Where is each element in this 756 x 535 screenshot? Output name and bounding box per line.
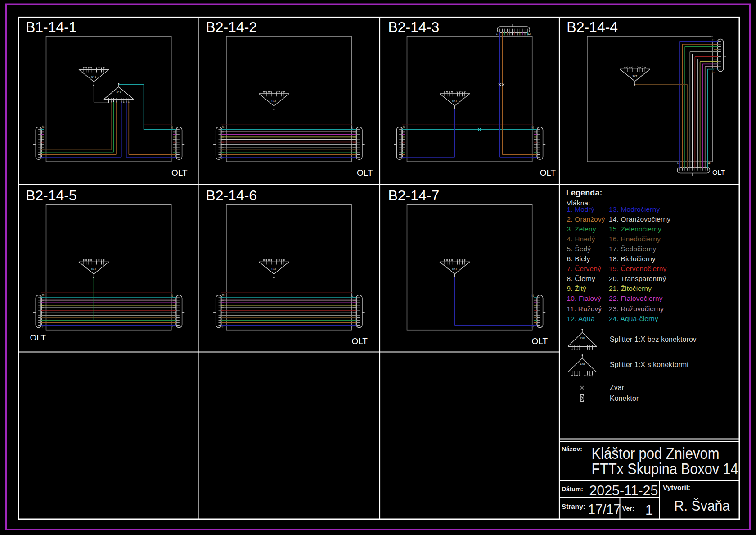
svg-text:2025-11-25: 2025-11-25	[589, 483, 658, 499]
svg-text:B1-14-1: B1-14-1	[26, 19, 77, 35]
svg-text:1: 1	[351, 326, 354, 328]
svg-text:1: 1	[712, 39, 715, 41]
svg-text:12: 12	[171, 126, 173, 129]
svg-text:16. Hnedočierny: 16. Hnedočierny	[609, 235, 661, 243]
svg-text:1x8: 1x8	[271, 268, 276, 271]
svg-text:17/17: 17/17	[588, 502, 621, 517]
svg-text:OLT: OLT	[540, 168, 556, 177]
svg-text:1: 1	[171, 326, 173, 328]
svg-text:Vytvoril:: Vytvoril:	[663, 484, 690, 491]
svg-text:1: 1	[496, 32, 498, 35]
svg-text:1: 1	[531, 158, 534, 159]
svg-text:1: 1	[42, 326, 45, 328]
svg-text:12. Aqua: 12. Aqua	[567, 315, 595, 322]
svg-text:1x8: 1x8	[452, 100, 457, 103]
svg-text:Konektor: Konektor	[610, 394, 639, 402]
svg-text:12: 12	[42, 125, 45, 128]
svg-text:1x8: 1x8	[452, 268, 457, 271]
svg-text:1: 1	[42, 158, 45, 159]
svg-text:1x8: 1x8	[116, 90, 121, 93]
svg-text:12: 12	[42, 294, 45, 296]
svg-text:FTTx Skupina Boxov 14: FTTx Skupina Boxov 14	[592, 460, 738, 477]
svg-text:1: 1	[677, 162, 679, 164]
svg-text:13. Modročierny: 13. Modročierny	[609, 205, 660, 213]
svg-text:12: 12	[707, 162, 710, 164]
svg-text:1x8: 1x8	[91, 268, 96, 271]
svg-text:12: 12	[528, 32, 531, 35]
svg-text:24. Aqua-čierny: 24. Aqua-čierny	[609, 315, 658, 322]
svg-text:20. Transparentný: 20. Transparentný	[609, 275, 666, 282]
svg-text:12: 12	[712, 70, 715, 73]
svg-text:Dátum:: Dátum:	[562, 485, 583, 493]
svg-text:9. Žltý: 9. Žltý	[567, 285, 586, 292]
svg-text:2. Oranžový: 2. Oranžový	[567, 215, 605, 223]
svg-text:1x8: 1x8	[91, 75, 96, 78]
svg-text:OLT: OLT	[532, 336, 548, 346]
svg-text:B2-14-5: B2-14-5	[26, 187, 77, 204]
svg-text:B2-14-4: B2-14-4	[567, 19, 618, 35]
svg-text:1x8: 1x8	[271, 100, 276, 103]
svg-text:OLT: OLT	[357, 168, 373, 177]
svg-text:1: 1	[403, 158, 405, 159]
svg-text:12: 12	[222, 125, 225, 128]
svg-text:OLT: OLT	[30, 333, 46, 342]
svg-text:4. Hnedý: 4. Hnedý	[567, 235, 595, 243]
svg-text:1: 1	[222, 326, 225, 328]
svg-text:OLT: OLT	[712, 168, 725, 176]
svg-text:Strany:: Strany:	[562, 503, 585, 510]
svg-text:21. Žltočierny: 21. Žltočierny	[609, 285, 652, 292]
svg-text:B2-14-2: B2-14-2	[206, 19, 257, 35]
svg-text:Legenda:: Legenda:	[566, 188, 603, 197]
svg-text:12: 12	[351, 126, 354, 129]
svg-text:Splitter 1:X bez konektorov: Splitter 1:X bez konektorov	[610, 336, 697, 343]
svg-text:3. Zelený: 3. Zelený	[567, 225, 596, 233]
svg-text:B2-14-6: B2-14-6	[206, 187, 257, 204]
svg-text:1x8: 1x8	[632, 75, 637, 78]
svg-text:12: 12	[222, 294, 225, 296]
svg-text:Ver:: Ver:	[622, 504, 634, 512]
svg-text:R. Švaňa: R. Švaňa	[674, 498, 730, 514]
svg-text:6. Biely: 6. Biely	[567, 255, 590, 263]
svg-text:7. Červený: 7. Červený	[567, 265, 602, 272]
svg-text:17. Šedočierny: 17. Šedočierny	[609, 245, 657, 253]
svg-text:Splitter 1:X s konektormi: Splitter 1:X s konektormi	[610, 361, 688, 368]
svg-text:Zvar: Zvar	[610, 384, 624, 391]
svg-text:14. Oranžovočierny: 14. Oranžovočierny	[609, 215, 670, 223]
svg-text:12: 12	[403, 125, 405, 128]
svg-text:1: 1	[531, 326, 534, 328]
svg-text:Názov:: Názov:	[562, 445, 582, 453]
svg-text:11. Ružový: 11. Ružový	[567, 305, 602, 313]
svg-text:1x8: 1x8	[580, 336, 585, 340]
svg-text:OLT: OLT	[171, 168, 188, 177]
svg-text:12: 12	[531, 126, 534, 129]
svg-text:1: 1	[645, 502, 653, 518]
svg-text:1x8: 1x8	[580, 362, 585, 365]
svg-text:1. Modrý: 1. Modrý	[567, 205, 595, 213]
svg-text:OLT: OLT	[351, 336, 368, 346]
svg-text:15. Zelenočierny: 15. Zelenočierny	[609, 225, 662, 233]
svg-text:19. Červenočierny: 19. Červenočierny	[609, 265, 666, 272]
svg-text:Kláštor pod Znievom: Kláštor pod Znievom	[592, 444, 720, 462]
svg-text:1: 1	[222, 158, 225, 159]
svg-text:1: 1	[171, 158, 173, 159]
svg-text:1: 1	[351, 158, 354, 159]
svg-text:22. Fialovočierny: 22. Fialovočierny	[609, 295, 663, 302]
svg-text:8. Čierny: 8. Čierny	[567, 275, 595, 282]
svg-text:5. Šedý: 5. Šedý	[567, 245, 591, 253]
svg-text:23. Ružovočierny: 23. Ružovočierny	[609, 305, 664, 313]
svg-text:18. Bieločierny: 18. Bieločierny	[609, 255, 656, 263]
svg-text:10. Fialový: 10. Fialový	[567, 295, 602, 302]
svg-text:B2-14-7: B2-14-7	[388, 187, 439, 204]
svg-text:B2-14-3: B2-14-3	[388, 19, 439, 35]
svg-text:12: 12	[531, 294, 534, 297]
